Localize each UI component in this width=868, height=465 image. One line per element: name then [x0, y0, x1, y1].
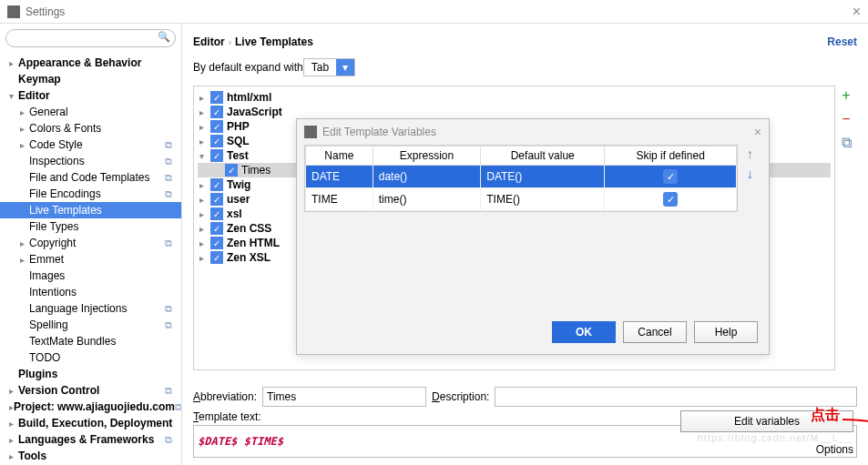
description-input[interactable] [495, 387, 857, 407]
project-scope-icon: ⧉ [165, 139, 172, 151]
project-scope-icon: ⧉ [165, 238, 172, 249]
sidebar-item[interactable]: File and Code Templates⧉ [0, 169, 181, 186]
move-down-icon[interactable]: ↓ [747, 167, 753, 181]
variables-table[interactable]: Name Expression Default value Skip if de… [304, 145, 738, 212]
checkbox-icon[interactable]: ✓ [210, 207, 223, 220]
remove-icon[interactable]: − [842, 111, 850, 127]
breadcrumb-live-templates: Live Templates [235, 35, 313, 48]
app-icon [7, 5, 20, 18]
col-name: Name [306, 147, 373, 166]
window-close-icon[interactable]: × [853, 4, 861, 20]
sidebar-item[interactable]: ▸Version Control⧉ [0, 382, 181, 399]
breadcrumb-editor[interactable]: Editor [193, 35, 225, 48]
description-label: Description: [432, 390, 489, 403]
project-scope-icon: ⧉ [165, 319, 172, 331]
expand-label: By default expand with [193, 61, 303, 74]
sidebar-item[interactable]: TextMate Bundles [0, 333, 181, 349]
breadcrumb-sep: › [229, 37, 231, 47]
col-expression: Expression [373, 147, 481, 166]
sidebar-item[interactable]: ▸General [0, 104, 181, 120]
variable-row[interactable]: DATEdate()DATE()✓ [306, 166, 737, 188]
sidebar-item[interactable]: ▸Tools [0, 448, 181, 464]
project-scope-icon: ⧉ [165, 156, 172, 167]
checkbox-icon[interactable]: ✓ [210, 237, 223, 249]
project-scope-icon: ⧉ [165, 188, 172, 200]
search-input[interactable] [5, 29, 176, 47]
annotation-text: 点击 [811, 406, 840, 425]
variable-row[interactable]: TIMEtime()TIME()✓ [306, 188, 737, 211]
duplicate-icon[interactable]: ⧉ [842, 135, 852, 151]
sidebar-item[interactable]: ▸Build, Execution, Deployment [0, 415, 181, 431]
sidebar-item[interactable]: Language Injections⧉ [0, 300, 181, 317]
sidebar-item[interactable]: Keymap [0, 71, 181, 87]
sidebar-item[interactable]: ▸Appearance & Behavior [0, 55, 181, 71]
sidebar-item[interactable]: Live Templates [0, 202, 181, 218]
project-scope-icon: ⧉ [165, 303, 172, 315]
help-button[interactable]: Help [694, 321, 758, 343]
search-icon: 🔍 [158, 31, 170, 43]
dialog-title: Edit Template Variables [322, 126, 436, 138]
col-skip: Skip if defined [605, 147, 737, 166]
ok-button[interactable]: OK [552, 321, 616, 343]
sidebar-item[interactable]: ▸Colors & Fonts [0, 120, 181, 136]
skip-checkbox[interactable]: ✓ [663, 169, 678, 184]
col-default: Default value [481, 147, 605, 166]
sidebar-item[interactable]: File Types [0, 218, 181, 235]
add-icon[interactable]: + [842, 87, 850, 104]
project-scope-icon: ⧉ [165, 385, 172, 397]
template-group[interactable]: ▸✓html/xml [198, 90, 831, 105]
checkbox-icon[interactable]: ✓ [210, 193, 223, 206]
project-scope-icon: ⧉ [165, 172, 172, 184]
sidebar-item[interactable]: File Encodings⧉ [0, 186, 181, 202]
expand-with-select[interactable]: Tab▾ [303, 58, 355, 76]
reset-link[interactable]: Reset [827, 35, 857, 48]
sidebar-item[interactable]: Inspections⧉ [0, 153, 181, 169]
checkbox-icon[interactable]: ✓ [210, 91, 223, 104]
checkbox-icon[interactable]: ✓ [210, 106, 223, 118]
sidebar-item[interactable]: TODO [0, 349, 181, 366]
options-label[interactable]: Options [816, 443, 853, 456]
checkbox-icon[interactable]: ✓ [225, 164, 238, 177]
window-title: Settings [26, 5, 65, 18]
settings-tree[interactable]: ▸Appearance & BehaviorKeymap▾Editor▸Gene… [0, 53, 181, 465]
checkbox-icon[interactable]: ✓ [210, 222, 223, 235]
sidebar-item[interactable]: Spelling⧉ [0, 317, 181, 333]
edit-template-variables-dialog: Edit Template Variables × Name Expressio… [296, 118, 770, 355]
sidebar-item[interactable]: Images [0, 268, 181, 284]
sidebar-item[interactable]: ▸Copyright⧉ [0, 235, 181, 251]
abbreviation-label: Abbreviation: [193, 390, 257, 403]
project-scope-icon: ⧉ [175, 401, 181, 413]
sidebar-item[interactable]: Intentions [0, 284, 181, 300]
dialog-close-icon[interactable]: × [754, 125, 761, 139]
checkbox-icon[interactable]: ✓ [210, 120, 223, 133]
abbreviation-input[interactable] [262, 387, 426, 407]
sidebar-item[interactable]: ▸Emmet [0, 251, 181, 268]
dialog-icon [304, 126, 317, 138]
sidebar-item[interactable]: ▸Languages & Frameworks⧉ [0, 431, 181, 448]
skip-checkbox[interactable]: ✓ [663, 192, 678, 207]
sidebar-item[interactable]: ▸Code Style⧉ [0, 136, 181, 153]
checkbox-icon[interactable]: ✓ [210, 178, 223, 191]
cancel-button[interactable]: Cancel [623, 321, 687, 343]
checkbox-icon[interactable]: ✓ [210, 149, 223, 162]
checkbox-icon[interactable]: ✓ [210, 135, 223, 147]
template-group[interactable]: ▸✓JavaScript [198, 105, 831, 119]
move-up-icon[interactable]: ↑ [747, 147, 753, 161]
sidebar-item[interactable]: ▸Project: www.ajiaguojiedu.com⧉ [0, 399, 181, 415]
sidebar-item[interactable]: ▾Editor [0, 87, 181, 104]
chevron-down-icon: ▾ [336, 59, 354, 76]
project-scope-icon: ⧉ [165, 434, 172, 446]
sidebar-item[interactable]: Plugins [0, 366, 181, 382]
checkbox-icon[interactable]: ✓ [210, 251, 223, 264]
